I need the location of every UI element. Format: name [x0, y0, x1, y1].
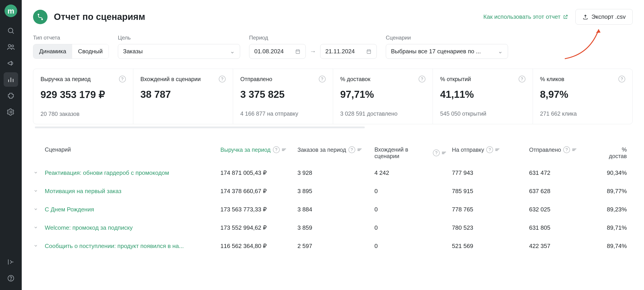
filter-scenarios-label: Сценарии — [386, 34, 508, 41]
chart-icon — [7, 76, 15, 83]
report-type-toggle: Динамика Сводный — [33, 44, 109, 59]
app-logo[interactable]: m — [4, 4, 17, 17]
col-entries[interactable]: Вхождений в сценарии ? — [374, 142, 452, 163]
report-type-icon — [33, 10, 48, 24]
expand-toggle[interactable] — [34, 207, 38, 211]
cell-entries: 0 — [374, 237, 452, 255]
calendar-icon — [366, 49, 372, 54]
col-revenue[interactable]: Выручка за период ? — [220, 142, 297, 163]
svg-point-2 — [8, 44, 11, 47]
expand-toggle[interactable] — [34, 189, 38, 193]
nav-search[interactable] — [4, 23, 18, 38]
metrics-row: Выручка за период ? 929 353 179 ₽ 20 780… — [33, 69, 633, 124]
scenario-link[interactable]: Реактивация: обнови гардероб с промокодо… — [45, 169, 169, 176]
nav-collapse[interactable] — [4, 255, 18, 269]
metric-card: Выручка за период ? 929 353 179 ₽ 20 780… — [33, 69, 133, 124]
metric-card: % кликов ? 8,97% 271 662 клика — [533, 69, 633, 124]
expand-toggle[interactable] — [34, 170, 38, 175]
info-icon[interactable]: ? — [273, 146, 280, 153]
sort-icon — [442, 152, 446, 154]
upload-icon — [582, 14, 588, 20]
cell-orders: 2 597 — [298, 237, 374, 255]
nav-integrations[interactable] — [4, 89, 18, 103]
info-icon[interactable]: ? — [433, 149, 440, 156]
scenarios-table: Сценарий Выручка за период ? Заказов за … — [33, 142, 633, 256]
nav-audiences[interactable] — [4, 40, 18, 54]
nav-help[interactable] — [4, 271, 18, 286]
info-icon[interactable]: ? — [563, 146, 570, 153]
metric-card: % доставок ? 97,71% 3 028 591 доставлено — [333, 69, 433, 124]
help-link[interactable]: Как использовать этот отчет — [483, 13, 568, 20]
scenario-link[interactable]: Сообщить о поступлении: продукт появился… — [45, 243, 184, 249]
cell-to-send: 780 523 — [452, 219, 528, 237]
chevron-down-icon: ⌄ — [230, 48, 235, 55]
date-to-input[interactable]: 21.11.2024 — [320, 44, 377, 59]
sort-icon — [358, 148, 362, 151]
cell-to-send: 521 569 — [452, 237, 528, 255]
cell-entries: 4 242 — [374, 164, 452, 182]
cell-pct: 89,23% — [607, 201, 632, 218]
sidebar: m — [0, 0, 22, 290]
toggle-dynamics[interactable]: Динамика — [33, 44, 72, 58]
svg-point-13 — [42, 19, 42, 20]
cell-sent: 637 628 — [529, 182, 606, 200]
col-delivered-pct[interactable]: % достав — [607, 142, 632, 163]
col-sent[interactable]: Отправлено ? — [529, 142, 606, 163]
sort-icon — [572, 148, 576, 151]
page-title: Отчет по сценариям — [54, 12, 145, 22]
col-to-send[interactable]: На отправку ? — [452, 142, 528, 163]
info-icon[interactable]: ? — [486, 146, 493, 153]
svg-point-11 — [11, 280, 11, 280]
cell-revenue: 173 552 994,62 ₽ — [220, 219, 297, 237]
info-icon[interactable]: ? — [519, 76, 526, 82]
toggle-summary[interactable]: Сводный — [72, 44, 108, 58]
expand-toggle[interactable] — [34, 225, 38, 230]
nav-campaigns[interactable] — [4, 56, 18, 70]
scenario-link[interactable]: С Днем Рождения — [45, 206, 94, 213]
cell-sent: 631 805 — [529, 219, 606, 237]
cell-entries: 0 — [374, 219, 452, 237]
col-scenario[interactable]: Сценарий — [45, 142, 220, 163]
cell-sent: 631 472 — [529, 164, 606, 182]
metric-sublabel: 271 662 клика — [540, 111, 626, 117]
search-icon — [7, 27, 15, 34]
scenarios-select[interactable]: Выбраны все 17 сценариев по ... ⌄ — [386, 44, 508, 59]
col-orders[interactable]: Заказов за период ? — [298, 142, 374, 163]
table-row: Реактивация: обнови гардероб с промокодо… — [34, 164, 632, 182]
cell-pct: 89,71% — [607, 219, 632, 237]
cell-sent: 422 357 — [529, 237, 606, 255]
cell-entries: 0 — [374, 182, 452, 200]
date-from-input[interactable]: 01.08.2024 — [249, 44, 306, 59]
users-icon — [7, 43, 15, 51]
scenario-link[interactable]: Мотивация на первый заказ — [45, 188, 122, 194]
cell-revenue: 174 378 660,67 ₽ — [220, 182, 297, 200]
info-icon[interactable]: ? — [418, 76, 426, 82]
horizontal-scrollbar[interactable] — [35, 127, 365, 128]
megaphone-icon — [7, 59, 15, 67]
scenario-link[interactable]: Welcome: промокод за подписку — [45, 224, 133, 231]
filter-period-label: Период — [249, 34, 377, 41]
nav-reports[interactable] — [4, 72, 18, 87]
svg-point-3 — [12, 45, 14, 47]
table-row: С Днем Рождения 173 563 773,33 ₽ 3 884 0… — [34, 201, 632, 218]
expand-toggle[interactable] — [34, 244, 38, 248]
metric-label: Отправлено — [240, 76, 272, 82]
metric-sublabel: 3 028 591 доставлено — [340, 111, 426, 117]
gear-icon — [7, 108, 15, 116]
metric-label: % кликов — [540, 76, 564, 82]
cell-revenue: 116 562 364,80 ₽ — [220, 237, 297, 255]
info-icon[interactable]: ? — [119, 76, 126, 82]
info-icon[interactable]: ? — [219, 76, 226, 82]
main-content: Отчет по сценариям Как использовать этот… — [22, 0, 644, 290]
svg-point-7 — [10, 111, 12, 113]
info-icon[interactable]: ? — [618, 76, 625, 82]
info-icon[interactable]: ? — [348, 146, 355, 153]
info-icon[interactable]: ? — [319, 76, 326, 82]
cell-entries: 0 — [374, 201, 452, 218]
goal-select[interactable]: Заказы ⌄ — [118, 44, 240, 59]
nav-settings[interactable] — [4, 105, 18, 119]
cell-orders: 3 884 — [298, 201, 374, 218]
cell-revenue: 174 871 005,43 ₽ — [220, 164, 297, 182]
export-button[interactable]: Экспорт .csv — [576, 9, 633, 25]
external-link-icon — [563, 14, 568, 20]
